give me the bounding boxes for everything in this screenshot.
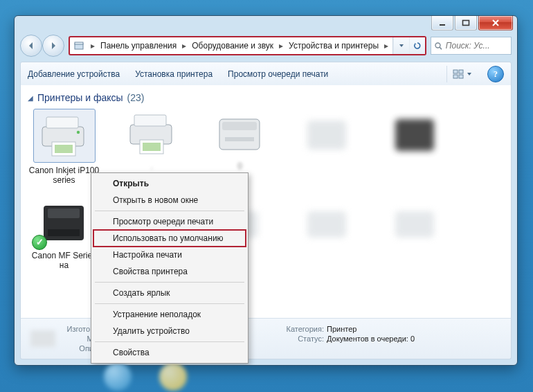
forward-button[interactable] [42, 35, 64, 57]
group-header-printers[interactable]: ◢ Принтеры и факсы (23) [28, 92, 504, 103]
breadcrumb-root-icon[interactable] [73, 37, 89, 54]
view-options-button[interactable] [446, 66, 472, 82]
details-category-value: Принтер [327, 325, 356, 333]
breadcrumb-item-devices-printers[interactable]: Устройства и принтеры [284, 37, 383, 54]
svg-point-4 [435, 43, 440, 48]
svg-rect-18 [143, 143, 161, 151]
device-item-mf[interactable]: ✓ Canon MF Series на [28, 198, 100, 271]
svg-rect-30 [395, 211, 434, 238]
menu-separator [95, 341, 244, 342]
search-icon [434, 42, 442, 51]
svg-rect-16 [134, 115, 166, 126]
device-item-selected[interactable]: Canon Inkjet iP100 series [28, 109, 100, 186]
context-menu-open-new-window[interactable]: Открыть в новом окне [93, 192, 246, 208]
context-menu: Открыть Открыть в новом окне Просмотр оч… [91, 172, 249, 364]
details-thumbnail-icon [28, 325, 58, 353]
svg-rect-21 [225, 137, 254, 141]
svg-rect-3 [75, 42, 83, 44]
svg-rect-9 [459, 75, 463, 78]
svg-rect-26 [48, 229, 80, 236]
device-item[interactable] [379, 198, 452, 271]
context-menu-printer-props[interactable]: Свойства принтера [93, 263, 246, 280]
printer-icon [123, 109, 181, 159]
toolbar-add-device[interactable]: Добавление устройства [28, 69, 120, 79]
context-menu-set-default[interactable]: Использовать по умолчанию [93, 230, 246, 247]
chevron-right-icon: ▸ [181, 41, 188, 51]
context-menu-open[interactable]: Открыть [93, 175, 246, 192]
svg-rect-20 [222, 122, 257, 130]
toolbar-install-printer[interactable]: Установка принтера [135, 69, 213, 79]
context-menu-create-shortcut[interactable]: Создать ярлык [93, 285, 246, 301]
navigation-bar: ▸ Панель управления ▸ Оборудование и зву… [20, 35, 512, 56]
taskbar-hint [104, 363, 187, 391]
close-button[interactable] [478, 16, 513, 30]
device-label: . [151, 161, 153, 171]
menu-separator [95, 282, 244, 283]
svg-point-14 [76, 131, 79, 134]
maximize-button[interactable] [455, 16, 477, 30]
device-label: 0 [237, 161, 242, 171]
window-caption-buttons [431, 16, 513, 30]
collapse-triangle-icon[interactable]: ◢ [28, 94, 33, 102]
address-dropdown-button[interactable] [393, 37, 409, 54]
device-label: Canon Inkjet iP100 series [28, 166, 100, 186]
svg-rect-29 [307, 211, 346, 238]
device-item[interactable] [291, 198, 364, 271]
default-check-icon: ✓ [32, 235, 47, 250]
chevron-right-icon: ▸ [278, 41, 284, 51]
printer-icon [35, 111, 93, 161]
svg-rect-1 [463, 21, 469, 26]
explorer-window: ▸ Панель управления ▸ Оборудование и зву… [14, 15, 518, 366]
breadcrumb-item-hardware-sound[interactable]: Оборудование и звук [188, 37, 278, 54]
svg-rect-23 [395, 119, 434, 151]
context-menu-remove[interactable]: Удалить устройство [93, 323, 246, 339]
device-item[interactable] [291, 109, 364, 186]
device-label: Canon MF Series на [28, 251, 100, 271]
context-menu-print-prefs[interactable]: Настройка печати [93, 247, 246, 263]
context-menu-troubleshoot[interactable]: Устранение неполадок [93, 306, 246, 323]
svg-rect-7 [459, 70, 463, 73]
device-item[interactable] [379, 109, 452, 186]
minimize-button[interactable] [431, 16, 453, 30]
svg-rect-25 [48, 208, 80, 218]
svg-rect-31 [30, 330, 55, 347]
printer-icon [211, 109, 269, 159]
address-bar[interactable]: ▸ Панель управления ▸ Оборудование и зву… [69, 36, 426, 55]
group-title: Принтеры и факсы [37, 92, 123, 103]
svg-line-5 [440, 47, 442, 50]
toolbar-view-queue[interactable]: Просмотр очереди печати [228, 69, 328, 79]
menu-separator [95, 303, 244, 304]
details-status-value: Документов в очереди: 0 [327, 335, 415, 343]
nav-back-forward [20, 35, 64, 57]
search-box[interactable] [431, 37, 512, 55]
context-menu-view-queue[interactable]: Просмотр очереди печати [93, 213, 246, 230]
search-input[interactable] [444, 40, 508, 51]
back-button[interactable] [20, 35, 42, 57]
chevron-right-icon: ▸ [383, 41, 390, 51]
svg-rect-13 [55, 145, 73, 153]
svg-rect-0 [440, 24, 445, 26]
context-menu-properties[interactable]: Свойства [93, 344, 246, 361]
details-category-label: Категория: [274, 325, 324, 333]
svg-rect-6 [453, 70, 458, 73]
help-button[interactable]: ? [487, 66, 504, 82]
chevron-right-icon: ▸ [89, 41, 96, 51]
svg-rect-22 [307, 121, 346, 150]
svg-rect-8 [453, 75, 458, 78]
refresh-button[interactable] [409, 37, 425, 54]
command-bar: Добавление устройства Установка принтера… [20, 62, 512, 87]
details-status-label: Статус: [274, 335, 324, 343]
menu-separator [95, 211, 244, 211]
group-count: (23) [127, 92, 145, 103]
breadcrumb-item-control-panel[interactable]: Панель управления [96, 37, 181, 54]
svg-rect-11 [46, 117, 78, 128]
